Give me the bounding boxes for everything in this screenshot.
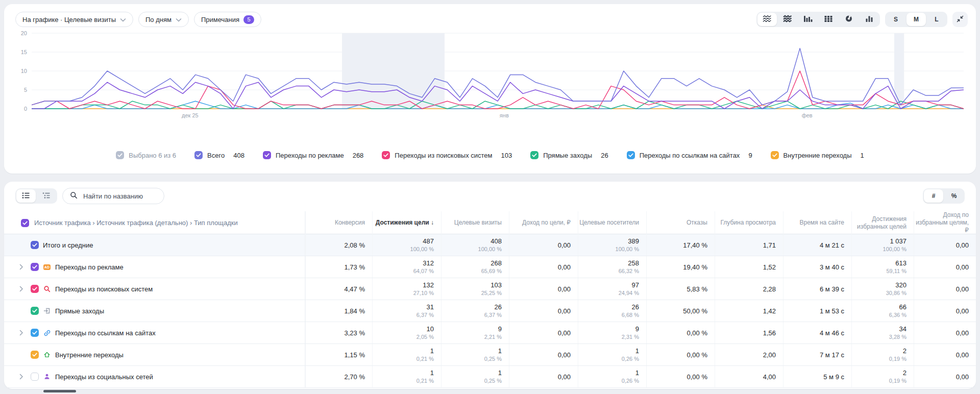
row-name[interactable]: Переходы по рекламе — [55, 263, 124, 271]
metric-cell: 102,05 % — [372, 322, 441, 343]
legend-item-0[interactable]: Всего408 — [194, 151, 244, 159]
search-field[interactable] — [62, 188, 164, 204]
grouping-dropdown[interactable]: По дням — [138, 12, 189, 27]
chart-size-l[interactable]: L — [927, 13, 946, 26]
traffic-line-chart[interactable]: 05101520дек 25янвфев — [11, 30, 969, 124]
metric-cell: 1,52 — [715, 256, 783, 278]
legend-item-1[interactable]: Переходы по рекламе268 — [263, 151, 363, 159]
metric-cell: 0,00 % — [646, 366, 715, 387]
metric-cell: 0,00 — [509, 366, 578, 387]
collapse-icon — [956, 15, 964, 24]
chart-type-bar[interactable] — [798, 13, 818, 26]
person-icon — [43, 373, 51, 380]
table-row-5[interactable]: Внутренние переходы1,15 %10,21 %10,25 %0… — [4, 344, 976, 366]
row-name[interactable]: Переходы из социальных сетей — [55, 373, 153, 381]
format-%[interactable]: % — [944, 189, 964, 203]
row-name[interactable]: Внутренние переходы — [55, 351, 124, 359]
metric-cell: 20,19 % — [851, 366, 914, 387]
column-header-6[interactable]: Глубина просмотра — [715, 211, 783, 234]
legend-selected-summary[interactable]: Выбрано 6 из 6 — [116, 151, 176, 159]
row-name[interactable]: Переходы из поисковых систем — [55, 285, 153, 293]
legend-checkbox[interactable] — [771, 151, 779, 159]
column-header-1[interactable]: Достижения цели ↓ — [372, 211, 441, 234]
legend-checkbox[interactable] — [627, 151, 635, 159]
column-header-9[interactable]: Доход по избранным целям, ₽ — [914, 211, 976, 234]
metric-cell: 1,73 % — [305, 256, 372, 278]
horizontal-scrollbar-thumb[interactable] — [43, 390, 76, 392]
select-all-checkbox[interactable] — [21, 219, 29, 227]
expand-chevron-icon[interactable] — [19, 374, 27, 380]
metric-cell: 0,00 — [509, 234, 578, 256]
metric-cell: 3 м 40 с — [783, 256, 851, 278]
column-header-3[interactable]: Доход по цели, ₽ — [509, 211, 578, 234]
metric-cell: 408100,00 % — [441, 234, 509, 256]
tree-list-view-button[interactable] — [37, 189, 56, 203]
legend-item-3[interactable]: Прямые заходы26 — [530, 151, 608, 159]
y-axis-tick: 10 — [21, 68, 27, 74]
expand-chevron-icon[interactable] — [19, 286, 27, 292]
metric-cell: 3,23 % — [305, 322, 372, 343]
expand-chevron-icon[interactable] — [19, 264, 27, 270]
chart-type-pie[interactable] — [839, 13, 859, 26]
row-checkbox[interactable] — [31, 285, 39, 293]
table-row-0[interactable]: Итого и средние2,08 %487100,00 %408100,0… — [4, 234, 976, 256]
row-checkbox[interactable] — [31, 351, 39, 359]
format-#[interactable]: # — [924, 189, 943, 203]
table-row-1[interactable]: ADПереходы по рекламе1,73 %31264,07 %268… — [4, 256, 976, 278]
legend-summary-checkbox[interactable] — [116, 151, 124, 159]
column-header-4[interactable]: Целевые посетители — [578, 211, 646, 234]
chart-type-stacked-bar[interactable] — [819, 13, 838, 26]
metric-cell: 4,00 — [715, 366, 783, 387]
metric-cell: 31264,07 % — [372, 256, 441, 278]
collapse-widget-button[interactable] — [952, 12, 968, 27]
table-row-3[interactable]: Прямые заходы1,84 %316,37 %266,37 %0,002… — [4, 300, 976, 322]
chart-type-line[interactable] — [757, 13, 777, 26]
legend-checkbox[interactable] — [194, 151, 203, 159]
metric-cell: 50,00 % — [646, 300, 715, 322]
x-axis-label: фев — [802, 112, 813, 118]
legend-item-5[interactable]: Внутренние переходы1 — [771, 151, 864, 159]
table-row-4[interactable]: Переходы по ссылкам на сайтах3,23 %102,0… — [4, 322, 976, 344]
metric-cell: 0,00 — [509, 300, 578, 322]
legend-checkbox[interactable] — [263, 151, 271, 159]
flat-list-view-button[interactable] — [16, 189, 36, 203]
column-header-7[interactable]: Время на сайте — [783, 211, 851, 234]
column-header-8[interactable]: Достижения избранных целей — [851, 211, 914, 234]
table-row-6[interactable]: Переходы из социальных сетей2,70 %10,21 … — [4, 366, 976, 388]
row-name[interactable]: Итого и средние — [43, 241, 93, 249]
column-header-5[interactable]: Отказы — [646, 211, 715, 234]
row-checkbox[interactable] — [31, 329, 39, 337]
metric-cell: 1,84 % — [305, 300, 372, 322]
legend-checkbox[interactable] — [530, 151, 538, 159]
column-header-2[interactable]: Целевые визиты — [441, 211, 509, 234]
metric-cell: 10,25 % — [441, 344, 509, 365]
metric-selector-dropdown[interactable]: На графике · Целевые визиты — [15, 12, 133, 27]
chart-controls-row: На графике · Целевые визиты По дням Прим… — [15, 11, 968, 28]
row-checkbox[interactable] — [31, 241, 39, 249]
grouping-label: По дням — [145, 16, 172, 23]
metric-cell: 4,47 % — [305, 278, 372, 300]
chart-type-column[interactable] — [860, 13, 879, 26]
legend-item-2[interactable]: Переходы из поисковых систем103 — [382, 151, 512, 159]
home-icon — [43, 351, 51, 358]
chart-type-stacked-area[interactable] — [778, 13, 797, 26]
metric-cell: 0,00 — [914, 322, 976, 343]
y-axis-tick: 20 — [21, 30, 27, 36]
row-checkbox[interactable] — [31, 307, 39, 315]
chart-size-m[interactable]: M — [906, 13, 926, 26]
column-header-0[interactable]: Конверсия — [305, 211, 372, 234]
dimension-breadcrumb[interactable]: Источник трафика › Источник трафика (дет… — [34, 219, 238, 227]
notes-button[interactable]: Примечания 5 — [194, 12, 261, 27]
expand-chevron-icon[interactable] — [19, 330, 27, 336]
search-icon — [70, 191, 78, 201]
row-name[interactable]: Переходы по ссылкам на сайтах — [55, 329, 156, 337]
metric-cell: 10,21 % — [372, 344, 441, 365]
row-name[interactable]: Прямые заходы — [55, 307, 104, 315]
chart-size-s[interactable]: S — [886, 13, 905, 26]
row-checkbox[interactable] — [31, 373, 39, 381]
search-input[interactable] — [82, 192, 157, 201]
row-checkbox[interactable] — [31, 263, 39, 271]
table-row-2[interactable]: Переходы из поисковых систем4,47 %13227,… — [4, 278, 976, 300]
legend-checkbox[interactable] — [382, 151, 390, 159]
legend-item-4[interactable]: Переходы по ссылкам на сайтах9 — [627, 151, 752, 159]
